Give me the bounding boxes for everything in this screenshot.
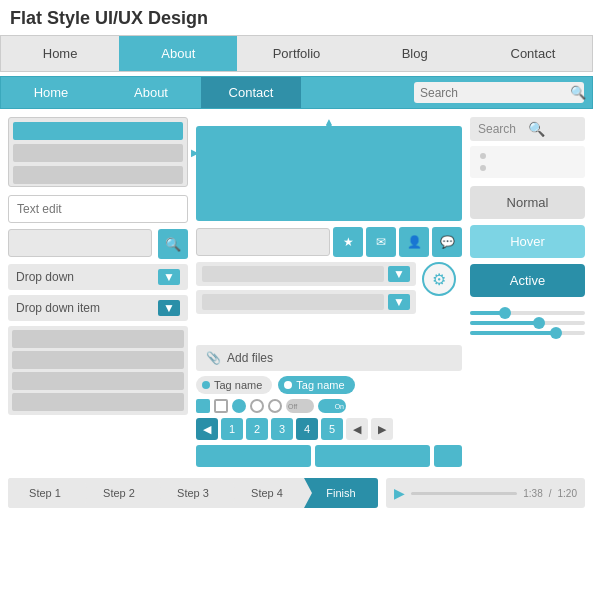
text-edit-input[interactable] (8, 195, 188, 223)
toggle-row: Off On (196, 399, 462, 413)
page-btn-4[interactable]: 4 (296, 418, 318, 440)
page-btn-1[interactable]: 1 (221, 418, 243, 440)
slider-thumb-1[interactable] (499, 307, 511, 319)
dropdown-item[interactable]: Drop down item ▼ (8, 295, 188, 321)
slider-track-2[interactable] (470, 321, 585, 325)
left-column: 🔍 Drop down ▼ Drop down item ▼ (8, 117, 188, 415)
dot-item-1 (474, 150, 581, 162)
nav1-item-home[interactable]: Home (1, 36, 119, 71)
gray-list-item-3 (12, 372, 184, 390)
dropdown-item-arrow-icon: ▼ (158, 300, 180, 316)
toggle-off[interactable]: Off (286, 399, 314, 413)
gear-button[interactable]: ⚙ (422, 262, 456, 296)
tag-2[interactable]: Tag name (278, 376, 354, 394)
download-input-1[interactable]: ▼ (196, 262, 416, 286)
nav-search-icon: 🔍 (570, 85, 586, 100)
dropdown-item-label: Drop down item (16, 301, 100, 315)
media-current-time: 1:38 (523, 488, 542, 499)
search-bar-icon: 🔍 (528, 121, 578, 137)
search-field[interactable] (8, 229, 152, 257)
tag-dot-2 (284, 381, 292, 389)
step-4[interactable]: Step 4 (230, 478, 304, 508)
step-finish[interactable]: Finish (304, 478, 378, 508)
page-btn-5[interactable]: 5 (321, 418, 343, 440)
blue-bar-small[interactable] (434, 445, 462, 467)
normal-button[interactable]: Normal (470, 186, 585, 219)
mail-button[interactable]: ✉ (366, 227, 396, 257)
icon-input-field[interactable] (196, 228, 330, 256)
middle-column: ▲ ★ ✉ 👤 💬 ▼ ▼ ⚙ (196, 117, 462, 472)
dot-1 (480, 153, 486, 159)
page-nav-prev[interactable]: ◀ (346, 418, 368, 440)
hover-button[interactable]: Hover (470, 225, 585, 258)
checkbox-filled[interactable] (196, 399, 210, 413)
steps-section: Step 1 Step 2 Step 3 Step 4 Finish (8, 478, 378, 508)
list-box-line-3 (13, 166, 183, 184)
tag-label-2: Tag name (296, 379, 344, 391)
list-box[interactable] (8, 117, 188, 187)
dropdown-label: Drop down (16, 270, 74, 284)
gray-list (8, 326, 188, 415)
slider-fill-2 (470, 321, 539, 325)
chat-button[interactable]: 💬 (432, 227, 462, 257)
checkbox-empty[interactable] (214, 399, 228, 413)
nav-bar-1: Home About Portfolio Blog Contact (0, 35, 593, 72)
gray-list-item-4 (12, 393, 184, 411)
search-bar-right[interactable]: Search 🔍 (470, 117, 585, 141)
slider-thumb-2[interactable] (533, 317, 545, 329)
dropdown-arrow-icon: ▼ (158, 269, 180, 285)
slider-thumb-3[interactable] (550, 327, 562, 339)
nav2-item-home[interactable]: Home (1, 77, 101, 108)
tags-row: Tag name Tag name (196, 376, 462, 394)
steps-bar: Step 1 Step 2 Step 3 Step 4 Finish (8, 478, 378, 508)
dot-2 (480, 165, 486, 171)
blue-bars-row (196, 445, 462, 467)
media-track[interactable] (411, 492, 517, 495)
star-button[interactable]: ★ (333, 227, 363, 257)
nav1-item-contact[interactable]: Contact (474, 36, 592, 71)
nav-search-box[interactable]: 🔍 (414, 82, 584, 103)
toggle-off-label: Off (288, 403, 297, 410)
big-blue-box (196, 126, 462, 221)
media-player: ▶ 1:38 / 1:20 (386, 478, 585, 508)
download-input-2[interactable]: ▼ (196, 290, 416, 314)
search-bar-label: Search (478, 122, 528, 136)
dropdown-select[interactable]: Drop down ▼ (8, 264, 188, 290)
slider-track-1[interactable] (470, 311, 585, 315)
add-files-label: Add files (227, 351, 273, 365)
page-btn-2[interactable]: 2 (246, 418, 268, 440)
tag-1[interactable]: Tag name (196, 376, 272, 394)
play-button[interactable]: ▶ (394, 485, 405, 501)
toggle-on-label: On (335, 403, 344, 410)
toggle-on[interactable]: On (318, 399, 346, 413)
media-separator: / (549, 488, 552, 499)
step-3[interactable]: Step 3 (156, 478, 230, 508)
nav2-item-about[interactable]: About (101, 77, 201, 108)
blue-bar-2[interactable] (315, 445, 430, 467)
slider-row-1 (470, 311, 585, 315)
active-button[interactable]: Active (470, 264, 585, 297)
page-nav-next[interactable]: ▶ (371, 418, 393, 440)
nav1-item-portfolio[interactable]: Portfolio (237, 36, 355, 71)
nav1-item-blog[interactable]: Blog (356, 36, 474, 71)
page-btn-3[interactable]: 3 (271, 418, 293, 440)
download-icon-1: ▼ (388, 266, 410, 282)
nav2-item-contact[interactable]: Contact (201, 77, 301, 108)
step-1[interactable]: Step 1 (8, 478, 82, 508)
add-files-button[interactable]: 📎 Add files (196, 345, 462, 371)
search-button[interactable]: 🔍 (158, 229, 188, 259)
nav1-item-about[interactable]: About (119, 36, 237, 71)
tag-dot-1 (202, 381, 210, 389)
blue-bar-1[interactable] (196, 445, 311, 467)
radio-filled[interactable] (232, 399, 246, 413)
slider-track-3[interactable] (470, 331, 585, 335)
user-button[interactable]: 👤 (399, 227, 429, 257)
media-player-section: ▶ 1:38 / 1:20 (386, 478, 585, 508)
dot-items-box (470, 146, 585, 178)
nav-search-input[interactable] (420, 86, 570, 100)
radio-empty-1[interactable] (250, 399, 264, 413)
step-2[interactable]: Step 2 (82, 478, 156, 508)
radio-empty-2[interactable] (268, 399, 282, 413)
page-btn-prev-dark[interactable]: ◀ (196, 418, 218, 440)
right-column: Search 🔍 Normal Hover Active (470, 117, 585, 341)
